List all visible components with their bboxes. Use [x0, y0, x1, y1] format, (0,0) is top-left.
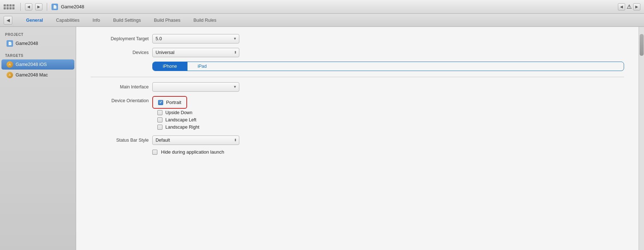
sidebar-item-game2048-ios[interactable]: A Game2048 iOS	[1, 59, 74, 70]
sidebar-item-game2048-mac[interactable]: A Game2048 Mac	[1, 70, 74, 80]
forward-button[interactable]: ▶	[35, 3, 42, 11]
sidebar-toggle-button[interactable]: ◀	[4, 16, 12, 25]
landscape-left-label: Landscape Left	[165, 117, 197, 122]
divider-1	[91, 77, 624, 77]
project-file-icon: 📄	[7, 40, 13, 47]
device-segmented-control: iPhone iPad	[152, 62, 624, 71]
landscape-left-row: Landscape Left	[157, 117, 199, 122]
status-bar-style-arrow: ⬍	[234, 138, 237, 142]
targets-section-label: TARGETS	[0, 51, 76, 59]
landscape-right-checkbox[interactable]	[157, 125, 162, 130]
sidebar-item-label-mac: Game2048 Mac	[16, 72, 48, 78]
sidebar-item-label-game2048: Game2048	[16, 41, 38, 46]
status-bar-style-value: Default	[156, 138, 170, 143]
status-bar-style-row: Status Bar Style Default ⬍	[91, 136, 624, 145]
ipad-tab-button[interactable]: iPad	[187, 62, 217, 71]
devices-row: Devices Universal ⬍	[91, 48, 624, 57]
tab-build-phases[interactable]: Build Phases	[147, 16, 187, 25]
hide-during-launch-label: Hide during application launch	[161, 149, 224, 155]
devices-label: Devices	[91, 50, 149, 55]
project-file-icon: 📄	[51, 4, 58, 10]
grid-icon	[4, 4, 15, 9]
portrait-highlight-box: Portrait	[152, 96, 187, 109]
tab-general[interactable]: General	[20, 16, 50, 25]
tabbar: ◀ General Capabilities Info Build Settin…	[0, 14, 644, 27]
warning-icon: ⚠	[627, 3, 632, 10]
content-area: Deployment Target 5.0 ▼ Devices Universa…	[76, 27, 639, 250]
back-button[interactable]: ◀	[25, 3, 32, 11]
status-bar-style-select[interactable]: Default ⬍	[152, 136, 239, 145]
iphone-tab-button[interactable]: iPhone	[153, 62, 187, 71]
devices-value: Universal	[156, 50, 174, 55]
sidebar: PROJECT 📄 Game2048 TARGETS A Game2048 iO…	[0, 27, 76, 250]
status-bar-style-label: Status Bar Style	[91, 138, 149, 143]
target-ios-icon: A	[7, 61, 13, 68]
deployment-target-value: 5.0	[156, 36, 162, 41]
scrollbar-track[interactable]	[639, 27, 644, 250]
sidebar-item-game2048[interactable]: 📄 Game2048	[1, 38, 74, 49]
tab-info[interactable]: Info	[86, 16, 107, 25]
landscape-left-checkbox[interactable]	[157, 117, 162, 122]
titlebar: ◀ ▶ 📄 Game2048 ◀ ⚠ ▶	[0, 0, 644, 14]
nav-back-button[interactable]: ◀	[618, 3, 625, 11]
main-interface-select[interactable]: ▼	[152, 82, 239, 92]
main-interface-row: Main Interface ▼	[91, 82, 624, 92]
main-layout: PROJECT 📄 Game2048 TARGETS A Game2048 iO…	[0, 27, 644, 250]
landscape-right-label: Landscape Right	[165, 125, 199, 130]
device-orientation-row: Device Orientation Portrait Upside Down …	[91, 96, 624, 132]
scrollbar-thumb[interactable]	[640, 34, 644, 56]
main-interface-arrow: ▼	[233, 85, 237, 89]
deployment-target-row: Deployment Target 5.0 ▼	[91, 34, 624, 43]
main-interface-label: Main Interface	[91, 84, 149, 89]
deployment-target-select[interactable]: 5.0 ▼	[152, 34, 239, 43]
project-section-label: PROJECT	[0, 30, 76, 38]
nav-forward-button[interactable]: ▶	[633, 3, 640, 11]
portrait-checkbox[interactable]	[158, 100, 163, 105]
tab-capabilities[interactable]: Capabilities	[50, 16, 86, 25]
upside-down-checkbox[interactable]	[157, 110, 162, 115]
landscape-right-row: Landscape Right	[157, 125, 199, 130]
deployment-target-label: Deployment Target	[91, 36, 149, 41]
titlebar-right: ◀ ⚠ ▶	[618, 3, 640, 11]
upside-down-label: Upside Down	[165, 110, 192, 115]
portrait-label: Portrait	[166, 100, 181, 105]
target-mac-icon: A	[7, 72, 13, 78]
hide-during-launch-row: Hide during application launch	[152, 149, 624, 155]
deployment-target-arrow: ▼	[233, 37, 237, 41]
upside-down-row: Upside Down	[157, 110, 199, 115]
sidebar-item-label-ios: Game2048 iOS	[16, 62, 47, 67]
devices-arrow: ⬍	[234, 51, 237, 54]
hide-during-launch-checkbox[interactable]	[152, 150, 157, 155]
device-orientation-label: Device Orientation	[91, 96, 149, 103]
separator-1	[20, 3, 21, 11]
separator-2	[47, 3, 47, 11]
tab-build-rules[interactable]: Build Rules	[187, 16, 223, 25]
titlebar-title: Game2048	[61, 4, 84, 9]
tab-build-settings[interactable]: Build Settings	[107, 16, 147, 25]
devices-select[interactable]: Universal ⬍	[152, 48, 239, 57]
